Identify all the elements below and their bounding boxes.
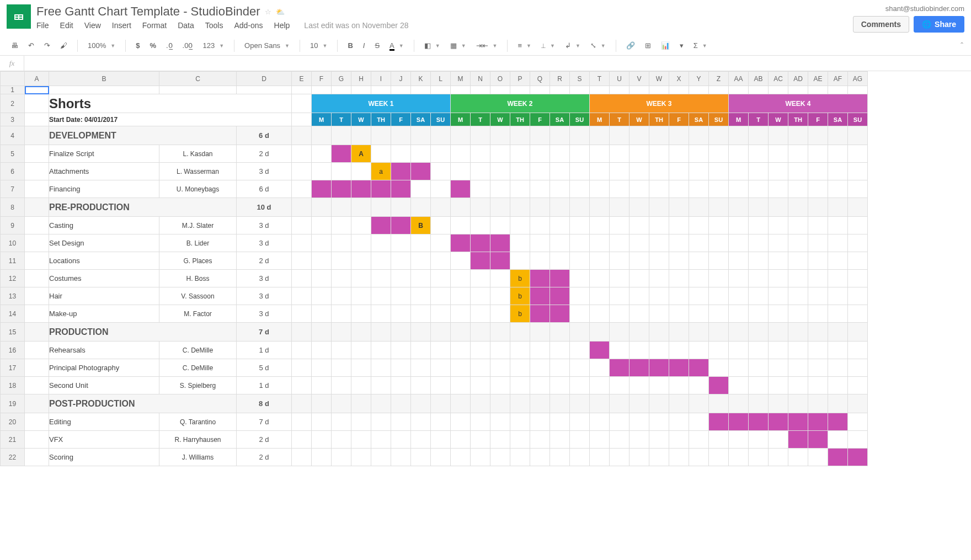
gantt-bar-cell[interactable] (471, 252, 490, 270)
cell[interactable] (828, 86, 848, 94)
cell[interactable] (332, 287, 351, 305)
task-name[interactable]: Second Unit (49, 377, 159, 394)
cell[interactable] (550, 413, 570, 431)
day-header[interactable]: SA (411, 113, 431, 126)
cell[interactable] (808, 449, 828, 466)
cell[interactable] (729, 217, 749, 234)
cell[interactable] (729, 449, 749, 466)
day-header[interactable]: F (391, 113, 411, 126)
gantt-bar-cell[interactable] (351, 126, 371, 145)
col-header[interactable]: W (649, 72, 669, 86)
cell[interactable] (391, 287, 411, 305)
cell[interactable] (610, 431, 629, 449)
cell[interactable] (351, 342, 371, 359)
cell[interactable] (669, 198, 689, 217)
merge-cells-icon[interactable]: ⇥⇤▼ (473, 39, 501, 52)
cell[interactable] (570, 163, 590, 180)
cell[interactable] (729, 126, 749, 145)
cell[interactable] (332, 234, 351, 252)
duration[interactable]: 3 d (237, 217, 292, 234)
row-header[interactable]: 11 (1, 252, 25, 270)
cell[interactable] (788, 359, 808, 377)
duration[interactable]: 3 d (237, 305, 292, 323)
cell[interactable] (808, 270, 828, 287)
cell[interactable] (332, 163, 351, 180)
zoom-dropdown[interactable]: 100%▼ (84, 39, 119, 52)
col-header[interactable]: C (159, 72, 237, 86)
cell[interactable] (769, 323, 788, 342)
cell[interactable] (709, 252, 729, 270)
cell[interactable] (550, 163, 570, 180)
row-header[interactable]: 4 (1, 126, 25, 145)
cell[interactable] (431, 234, 451, 252)
cell[interactable] (828, 252, 848, 270)
cell[interactable] (431, 431, 451, 449)
task-owner[interactable]: J. Williams (159, 449, 237, 466)
cell[interactable] (629, 394, 649, 413)
cell[interactable] (709, 394, 729, 413)
cell[interactable] (25, 449, 49, 466)
cell[interactable] (610, 234, 629, 252)
cell[interactable] (629, 305, 649, 323)
gantt-bar-cell[interactable] (490, 252, 510, 270)
cell[interactable] (431, 413, 451, 431)
col-header[interactable]: P (510, 72, 530, 86)
cell[interactable] (451, 86, 471, 94)
col-header[interactable]: O (490, 72, 510, 86)
number-format-dropdown[interactable]: 123▼ (199, 39, 227, 52)
task-owner[interactable]: C. DeMille (159, 359, 237, 377)
gantt-bar-cell[interactable] (649, 359, 669, 377)
cell[interactable] (332, 431, 351, 449)
cell[interactable] (669, 342, 689, 359)
day-header[interactable]: TH (788, 113, 808, 126)
cell[interactable] (709, 198, 729, 217)
gantt-bar-cell[interactable]: a (371, 163, 391, 180)
cell[interactable] (332, 198, 351, 217)
task-name[interactable]: Principal Photography (49, 359, 159, 377)
cell[interactable] (669, 413, 689, 431)
cell[interactable] (629, 180, 649, 198)
gantt-bar-cell[interactable] (411, 198, 431, 217)
cell[interactable] (451, 217, 471, 234)
cell[interactable] (471, 163, 490, 180)
gantt-bar-cell[interactable] (769, 394, 788, 413)
gantt-bar-cell[interactable] (490, 198, 510, 217)
cell[interactable] (451, 270, 471, 287)
sheet-title[interactable]: Shorts (49, 94, 292, 113)
cell[interactable] (49, 86, 159, 94)
cell[interactable] (610, 252, 629, 270)
cell[interactable] (590, 359, 610, 377)
cell[interactable] (332, 342, 351, 359)
cell[interactable] (629, 126, 649, 145)
cell[interactable] (371, 323, 391, 342)
row-header[interactable]: 7 (1, 180, 25, 198)
cell[interactable] (590, 305, 610, 323)
cell[interactable] (490, 217, 510, 234)
cell[interactable] (749, 252, 769, 270)
cell[interactable] (828, 180, 848, 198)
cell[interactable] (649, 449, 669, 466)
cell[interactable] (490, 86, 510, 94)
gantt-bar-cell[interactable] (729, 413, 749, 431)
cell[interactable] (351, 394, 371, 413)
cell[interactable] (709, 86, 729, 94)
day-header[interactable]: M (590, 113, 610, 126)
gantt-bar-cell[interactable] (371, 180, 391, 198)
gantt-bar-cell[interactable] (530, 198, 550, 217)
col-header[interactable]: X (669, 72, 689, 86)
cell[interactable] (848, 431, 868, 449)
cell[interactable] (25, 359, 49, 377)
cell[interactable] (769, 145, 788, 163)
cell[interactable] (471, 449, 490, 466)
cell[interactable] (808, 287, 828, 305)
cell[interactable] (391, 234, 411, 252)
cell[interactable] (808, 252, 828, 270)
cell[interactable] (510, 252, 530, 270)
cell[interactable] (312, 145, 332, 163)
cell[interactable] (371, 86, 391, 94)
cell[interactable] (550, 145, 570, 163)
cell[interactable] (570, 198, 590, 217)
col-header[interactable]: T (590, 72, 610, 86)
cell[interactable] (292, 234, 312, 252)
row-header[interactable]: 3 (1, 113, 25, 126)
